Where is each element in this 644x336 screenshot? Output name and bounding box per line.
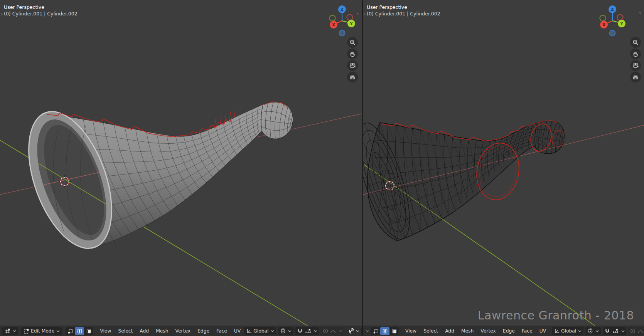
menu-edge[interactable]: Edge <box>194 326 213 336</box>
vertex-select-button[interactable] <box>371 327 380 335</box>
menu-view[interactable]: View <box>96 326 115 336</box>
menu-face[interactable]: Face <box>518 326 536 336</box>
projection-toggle-button[interactable] <box>630 72 641 82</box>
proportional-editing-icon[interactable] <box>630 328 636 334</box>
viewport-left[interactable]: User Perspective (0) Cylinder.001 | Cyli… <box>0 0 362 336</box>
editor-type-button[interactable] <box>2 327 18 335</box>
menu-uv[interactable]: UV <box>536 326 550 336</box>
gizmo-toggle-group <box>361 327 362 335</box>
svg-text:Z: Z <box>611 7 614 12</box>
show-overlays-control[interactable] <box>348 328 359 334</box>
sidebar-expand-arrow[interactable]: ‹ <box>639 10 641 15</box>
proportional-edit-group <box>321 327 344 335</box>
falloff-curve-icon[interactable] <box>330 328 336 334</box>
menu-mesh[interactable]: Mesh <box>458 326 477 336</box>
mesh-horn-wireframe[interactable] <box>363 118 564 245</box>
svg-text:X: X <box>602 23 605 27</box>
snap-magnet-icon[interactable] <box>604 328 610 334</box>
proportional-editing-icon[interactable] <box>322 328 329 334</box>
gizmo-neg-z-axis <box>610 30 615 36</box>
menu-vertex[interactable]: Vertex <box>477 326 499 336</box>
menu-mesh[interactable]: Mesh <box>152 326 172 336</box>
chevron-down-icon <box>56 330 60 333</box>
chevron-down-icon <box>621 330 625 333</box>
face-select-icon <box>86 328 92 334</box>
show-overlays-icon <box>348 328 354 334</box>
falloff-curve-icon[interactable] <box>637 328 644 334</box>
pivot-point-icon <box>280 328 286 334</box>
menu-vertex[interactable]: Vertex <box>172 326 194 336</box>
transform-orientation-dropdown[interactable]: Global <box>552 327 583 335</box>
select-mode-group <box>371 327 399 335</box>
select-mode-group <box>66 327 93 335</box>
viewport-header-bar: View Select Add Mesh Vertex Edge Face UV… <box>363 326 644 336</box>
vertex-select-icon <box>67 328 73 334</box>
3d-scene-left[interactable] <box>0 0 362 326</box>
gizmo-neg-x-axis <box>347 15 353 20</box>
menu-edge[interactable]: Edge <box>499 326 518 336</box>
magnifier-plus-icon <box>632 39 639 45</box>
viewport-right[interactable]: User Perspective (0) Cylinder.001 | Cyli… <box>363 0 644 336</box>
transform-axes-icon <box>554 328 560 334</box>
magnifier-plus-icon <box>349 39 356 45</box>
svg-text:Z: Z <box>341 7 343 12</box>
edge-select-button[interactable] <box>75 327 84 335</box>
mode-label: Edit Mode <box>31 328 54 334</box>
menu-bar: View Select Add Mesh Vertex Edge Face UV <box>402 326 550 336</box>
mode-dropdown[interactable]: Edit Mode <box>21 327 62 335</box>
hand-icon <box>349 51 356 57</box>
face-select-icon <box>391 328 397 334</box>
orientation-label: Global <box>561 328 576 334</box>
transform-orientation-dropdown[interactable]: Global <box>244 327 276 335</box>
chevron-down-icon <box>271 330 274 333</box>
bell-opening <box>0 101 362 326</box>
viewport-header-bar: Edit Mode <box>0 326 362 336</box>
chevron-down-icon <box>339 330 342 333</box>
chevron-down-icon <box>13 330 16 333</box>
navigation-gizmo[interactable]: Z X Y <box>326 5 358 37</box>
chevron-down-icon <box>595 330 599 333</box>
gizmo-neg-y-axis <box>600 15 606 21</box>
pan-button[interactable] <box>347 49 358 59</box>
grid-perspective-icon <box>349 74 356 80</box>
snap-increment-icon[interactable] <box>305 328 312 334</box>
pivot-point-dropdown[interactable] <box>278 327 293 335</box>
menu-add[interactable]: Add <box>442 326 458 336</box>
zoom-button[interactable] <box>630 37 641 48</box>
snap-group <box>603 327 626 335</box>
pivot-point-icon <box>587 328 593 334</box>
pan-button[interactable] <box>630 49 641 59</box>
camera-icon <box>632 62 639 69</box>
menu-select[interactable]: Select <box>115 326 136 336</box>
3d-scene-right[interactable] <box>363 0 644 326</box>
face-select-button[interactable] <box>389 327 399 335</box>
editor-3d-viewport-icon <box>4 328 11 334</box>
transform-axes-icon <box>246 328 252 334</box>
edge-select-button[interactable] <box>380 327 389 335</box>
menu-face[interactable]: Face <box>213 326 231 336</box>
grid-perspective-icon <box>632 74 639 80</box>
svg-text:Y: Y <box>349 22 353 26</box>
menu-select[interactable]: Select <box>420 326 442 336</box>
snap-magnet-icon[interactable] <box>297 328 303 334</box>
chevron-down-icon <box>314 330 317 333</box>
menu-view[interactable]: View <box>402 326 420 336</box>
blender-window: User Perspective (0) Cylinder.001 | Cyli… <box>0 0 644 336</box>
toolbar-expand-arrow[interactable]: › <box>364 12 366 17</box>
camera-view-button[interactable] <box>347 60 358 71</box>
face-select-button[interactable] <box>84 327 93 335</box>
camera-icon <box>349 62 356 69</box>
pivot-point-dropdown[interactable] <box>585 327 601 335</box>
zoom-button[interactable] <box>347 37 358 48</box>
gizmo-neg-x-axis <box>617 15 623 20</box>
menu-uv[interactable]: UV <box>231 326 244 336</box>
projection-toggle-button[interactable] <box>347 72 358 82</box>
camera-view-button[interactable] <box>630 60 641 71</box>
toolbar-expand-arrow[interactable]: › <box>1 12 3 17</box>
vertex-select-button[interactable] <box>66 327 75 335</box>
snap-increment-icon[interactable] <box>612 328 619 334</box>
navigation-gizmo[interactable]: Z X Y <box>596 5 629 37</box>
svg-text:X: X <box>332 23 335 27</box>
snap-group <box>295 327 319 335</box>
menu-add[interactable]: Add <box>136 326 152 336</box>
